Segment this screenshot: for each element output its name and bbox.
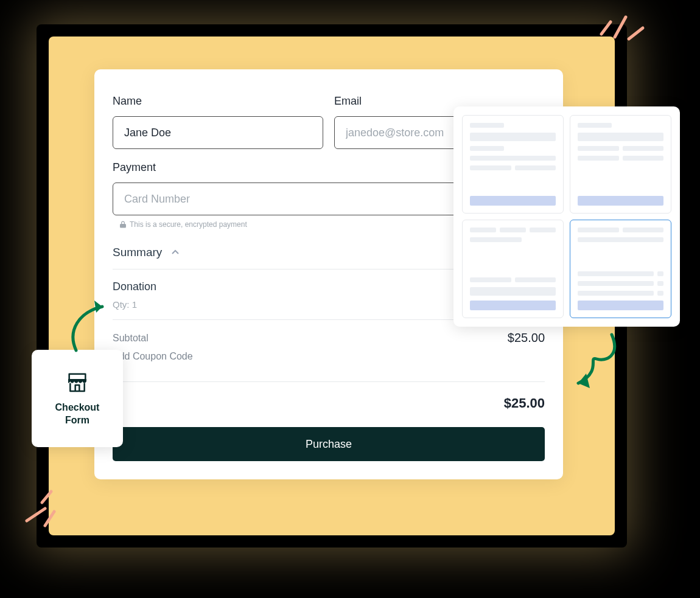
sparkle-decoration bbox=[9, 484, 63, 533]
arrow-decoration bbox=[545, 329, 624, 402]
summary-subtotal-block: Subtotal $25.00 Add Coupon Code bbox=[113, 320, 545, 382]
subtotal-amount: $25.00 bbox=[508, 331, 545, 345]
purchase-button[interactable]: Purchase bbox=[113, 427, 545, 461]
summary-heading: Summary bbox=[113, 246, 162, 259]
checkout-form-badge: CheckoutForm bbox=[32, 350, 123, 447]
storefront-icon bbox=[65, 370, 89, 394]
layout-template-option[interactable] bbox=[462, 220, 564, 318]
svg-marker-0 bbox=[94, 301, 102, 313]
layout-template-option-selected[interactable] bbox=[570, 220, 671, 318]
sparkle-decoration bbox=[595, 4, 656, 46]
add-coupon-link[interactable]: Add Coupon Code bbox=[113, 351, 193, 362]
total-amount: $25.00 bbox=[504, 395, 545, 411]
name-label: Name bbox=[113, 95, 323, 108]
name-input[interactable] bbox=[113, 116, 323, 149]
card-number-placeholder: Card Number bbox=[124, 193, 190, 206]
name-field-group: Name bbox=[113, 95, 323, 149]
checkout-form-badge-label: CheckoutForm bbox=[55, 402, 100, 427]
arrow-decoration bbox=[61, 297, 122, 358]
layout-template-option[interactable] bbox=[570, 115, 671, 214]
chevron-up-icon bbox=[170, 248, 180, 257]
lock-icon bbox=[120, 221, 126, 228]
layout-templates-panel bbox=[453, 106, 680, 327]
layout-template-option[interactable] bbox=[462, 115, 564, 214]
email-label: Email bbox=[334, 95, 545, 108]
